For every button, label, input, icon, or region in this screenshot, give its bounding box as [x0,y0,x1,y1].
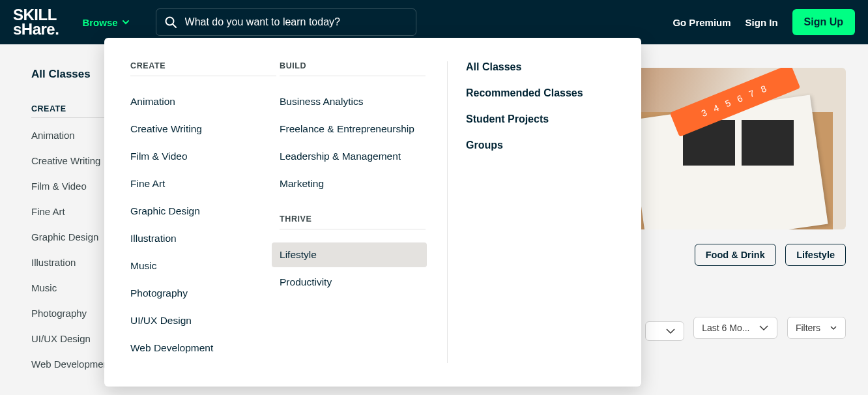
go-premium-link[interactable]: Go Premium [673,17,731,28]
mega-item[interactable]: Leadership & Management [272,144,427,169]
mega-item[interactable]: Creative Writing [123,117,278,141]
filter-period[interactable]: Last 6 Mo... [693,317,777,339]
mega-item[interactable]: Fine Art [123,171,278,196]
browse-mega-menu: CREATE Animation Creative Writing Film &… [104,38,641,387]
svg-point-0 [166,18,173,25]
mega-create-head: CREATE [130,61,276,76]
browse-label: Browse [82,17,117,28]
mega-item[interactable]: Productivity [272,270,427,295]
search-box[interactable] [156,8,416,36]
sign-up-button[interactable]: Sign Up [792,9,855,35]
mega-right-groups[interactable]: Groups [466,139,615,151]
svg-line-1 [173,25,176,28]
browse-menu[interactable]: Browse [82,17,129,28]
mega-right-all-classes[interactable]: All Classes [466,61,615,73]
hero-photo [742,120,794,166]
search-input[interactable] [185,16,408,28]
mega-item[interactable]: UI/UX Design [123,308,278,333]
mega-item[interactable]: Marketing [272,171,427,196]
mega-item[interactable]: Freelance & Entrepreneurship [272,117,427,141]
mega-right-student-projects[interactable]: Student Projects [466,113,615,125]
tag-lifestyle[interactable]: Lifestyle [785,244,846,266]
mega-item[interactable]: Animation [123,89,278,114]
mega-col-create: CREATE Animation Creative Writing Film &… [130,61,280,363]
mega-item-lifestyle[interactable]: Lifestyle [272,242,427,267]
sidebar-create-head: CREATE [31,104,116,118]
sign-in-link[interactable]: Sign In [745,17,778,28]
chevron-down-icon [830,324,837,332]
filter-filters[interactable]: Filters [787,317,846,339]
logo-line2: sHare. [13,22,59,37]
tag-food-drink[interactable]: Food & Drink [695,244,776,266]
filter-filters-label: Filters [796,323,820,333]
mega-item[interactable]: Film & Video [123,144,278,169]
mega-right-recommended[interactable]: Recommended Classes [466,87,615,99]
mega-thrive-head: THRIVE [280,214,426,229]
mega-item[interactable]: Web Development [123,336,278,360]
mega-item[interactable]: Music [123,254,278,278]
filter-dropdown[interactable] [645,321,684,341]
mega-col-right: All Classes Recommended Classes Student … [466,61,615,363]
search-icon [164,16,177,29]
mega-item[interactable]: Graphic Design [123,199,278,224]
mega-col-build-thrive: BUILD Business Analytics Freelance & Ent… [280,61,429,363]
mega-divider [447,61,448,363]
mega-item[interactable]: Business Analytics [272,89,427,114]
mega-item[interactable]: Photography [123,281,278,306]
logo[interactable]: SKILL sHare. [13,8,59,36]
mega-build-head: BUILD [280,61,426,76]
filter-period-label: Last 6 Mo... [702,323,749,333]
chevron-down-icon [122,18,130,26]
chevron-down-icon [665,327,676,335]
chevron-down-icon [759,324,769,332]
mega-item[interactable]: Illustration [123,226,278,251]
